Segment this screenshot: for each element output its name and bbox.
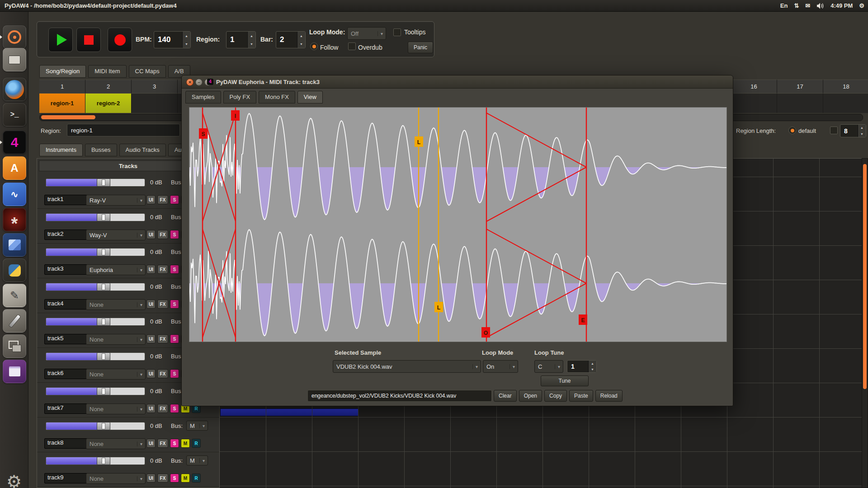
fx-button[interactable]: FX bbox=[157, 300, 168, 309]
fx-button[interactable]: FX bbox=[157, 230, 168, 239]
instrument-select[interactable]: None▾ bbox=[86, 334, 146, 345]
launcher-dash-icon[interactable] bbox=[3, 25, 26, 49]
launcher-firefox-icon[interactable] bbox=[3, 78, 26, 101]
open-button[interactable]: Open bbox=[519, 390, 542, 402]
tab-cc-maps[interactable]: CC Maps bbox=[129, 65, 166, 78]
sample-file-path-field[interactable]: engeance/dubstep_vol2/VDUB2 Kicks/VDUB2 … bbox=[307, 390, 492, 402]
mute-button[interactable]: M bbox=[181, 439, 190, 448]
tab-song-region[interactable]: Song/Region bbox=[39, 65, 86, 78]
region-length-default-radio[interactable] bbox=[788, 127, 796, 134]
timeline-column-header-17[interactable]: 17 bbox=[777, 80, 823, 93]
ui-button[interactable]: UI bbox=[146, 195, 156, 204]
ui-button[interactable]: UI bbox=[146, 300, 156, 309]
rec-arm-button[interactable]: R bbox=[192, 474, 201, 483]
instrument-select[interactable]: None▾ bbox=[86, 299, 146, 310]
minimize-button[interactable]: – bbox=[195, 79, 203, 86]
timeline-column-header-18[interactable]: 18 bbox=[823, 80, 868, 93]
track-name-field[interactable]: track2 bbox=[44, 230, 88, 240]
euphoria-tab-view[interactable]: View bbox=[297, 91, 323, 103]
bar-spin-arrows[interactable]: ▲▼ bbox=[297, 32, 305, 48]
solo-button[interactable]: S bbox=[170, 404, 179, 413]
stop-button[interactable] bbox=[76, 28, 101, 52]
launcher-editor-icon[interactable]: ✎ bbox=[3, 284, 26, 307]
launcher-windows-tool-icon[interactable] bbox=[3, 334, 26, 358]
volume-slider-handle[interactable] bbox=[97, 352, 110, 361]
bus-select[interactable]: M▾ bbox=[186, 455, 208, 465]
keyboard-layout-indicator[interactable]: En bbox=[780, 2, 788, 9]
sample-loop-mode-select[interactable]: On▾ bbox=[483, 360, 518, 373]
volume-slider-handle[interactable] bbox=[97, 457, 110, 465]
ui-button[interactable]: UI bbox=[146, 439, 156, 448]
launcher-settings-gear-icon[interactable]: ⚙ bbox=[3, 470, 25, 488]
volume-slider-handle[interactable] bbox=[97, 178, 110, 187]
instrument-select[interactable]: Ray-V▾ bbox=[86, 195, 146, 206]
launcher-audio-a-icon[interactable]: A bbox=[3, 156, 26, 180]
timeline-column-header-16[interactable]: 16 bbox=[731, 80, 777, 93]
ui-button[interactable]: UI bbox=[146, 334, 156, 343]
tab-busses[interactable]: Busses bbox=[85, 144, 117, 156]
top-menubar[interactable]: PyDAW4 - /home/bob2/pydaw4/default-proje… bbox=[0, 0, 868, 12]
solo-button[interactable]: S bbox=[170, 334, 179, 343]
instrument-select[interactable]: Way-V▾ bbox=[86, 230, 146, 240]
volume-slider-handle[interactable] bbox=[97, 283, 110, 291]
region-cell-empty-16[interactable] bbox=[731, 93, 777, 113]
volume-slider[interactable] bbox=[46, 213, 145, 221]
volume-slider[interactable] bbox=[46, 457, 145, 465]
solo-button[interactable]: S bbox=[170, 474, 179, 483]
track-name-field[interactable]: track8 bbox=[44, 438, 88, 449]
launcher-wave-tool-icon[interactable]: ∿ bbox=[3, 183, 26, 206]
solo-button[interactable]: S bbox=[170, 439, 179, 448]
fx-button[interactable]: FX bbox=[157, 369, 168, 378]
session-gear-icon[interactable]: ⚙ bbox=[859, 2, 864, 9]
euphoria-tab-poly-fx[interactable]: Poly FX bbox=[223, 91, 257, 103]
sequencer-item-bar[interactable] bbox=[220, 408, 359, 416]
tab-instruments[interactable]: Instruments bbox=[39, 144, 83, 156]
volume-slider[interactable] bbox=[46, 387, 145, 395]
volume-slider[interactable] bbox=[46, 352, 145, 361]
volume-slider[interactable] bbox=[46, 318, 145, 326]
ui-button[interactable]: UI bbox=[146, 265, 156, 274]
solo-button[interactable]: S bbox=[170, 369, 179, 378]
track-name-field[interactable]: track5 bbox=[44, 334, 88, 344]
record-button[interactable] bbox=[108, 28, 132, 52]
ui-button[interactable]: UI bbox=[146, 474, 156, 483]
track-name-field[interactable]: track3 bbox=[44, 264, 88, 275]
loop-tune-note-select[interactable]: C▾ bbox=[534, 360, 563, 373]
clear-button[interactable]: Clear bbox=[494, 390, 517, 402]
launcher-software-center-icon[interactable] bbox=[3, 48, 26, 71]
mute-button[interactable]: M bbox=[181, 474, 190, 483]
instrument-select[interactable]: None▾ bbox=[86, 438, 146, 449]
loop-tune-spinbox[interactable]: 1 ▲▼ bbox=[567, 360, 597, 373]
timeline-column-header-2[interactable]: 2 bbox=[85, 80, 132, 93]
clock[interactable]: 4:49 PM bbox=[830, 2, 853, 9]
launcher-pydaw-icon[interactable]: 4 bbox=[3, 131, 26, 154]
selected-sample-select[interactable]: VDUB2 Kick 004.wav▾ bbox=[333, 360, 481, 373]
region-length-spin-arrows[interactable]: ▲▼ bbox=[858, 125, 866, 137]
instrument-select[interactable]: None▾ bbox=[86, 369, 146, 380]
tooltips-checkbox[interactable] bbox=[393, 28, 401, 36]
bus-select[interactable]: M▾ bbox=[186, 421, 208, 431]
track-name-field[interactable]: track1 bbox=[44, 195, 88, 205]
launcher-web-tool-icon[interactable]: * bbox=[3, 208, 26, 231]
tab-audio-tracks[interactable]: Audio Tracks bbox=[119, 144, 166, 156]
fx-button[interactable]: FX bbox=[157, 265, 168, 274]
bar-spinbox[interactable]: 2 ▲▼ bbox=[276, 31, 306, 48]
reload-button[interactable]: Reload bbox=[595, 390, 623, 402]
solo-button[interactable]: S bbox=[170, 230, 179, 239]
solo-button[interactable]: S bbox=[170, 300, 179, 309]
hscroll-handle[interactable] bbox=[41, 115, 95, 119]
region-length-spinbox[interactable]: 8 ▲▼ bbox=[840, 124, 866, 137]
launcher-python-icon[interactable] bbox=[3, 258, 26, 282]
solo-button[interactable]: S bbox=[170, 265, 179, 274]
ui-button[interactable]: UI bbox=[146, 404, 156, 413]
region-length-checkbox[interactable] bbox=[830, 127, 838, 134]
waveform-display[interactable]: SILLOE bbox=[189, 107, 727, 342]
loop-tune-spin-arrows[interactable]: ▲▼ bbox=[588, 361, 596, 372]
volume-slider-handle[interactable] bbox=[97, 213, 110, 221]
volume-slider-handle[interactable] bbox=[97, 387, 110, 395]
mail-icon[interactable]: ✉ bbox=[805, 2, 810, 9]
fx-button[interactable]: FX bbox=[157, 474, 168, 483]
region-cell-empty-17[interactable] bbox=[777, 93, 823, 113]
timeline-column-header-3[interactable]: 3 bbox=[132, 80, 178, 93]
solo-button[interactable]: S bbox=[170, 195, 179, 204]
